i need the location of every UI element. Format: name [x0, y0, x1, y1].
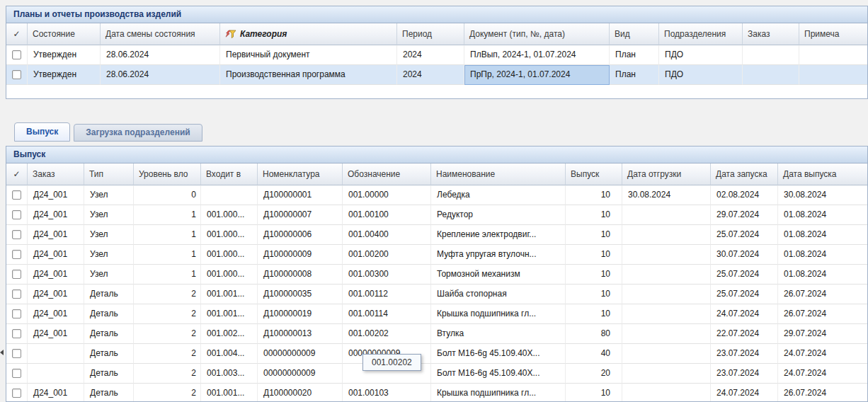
cell-order[interactable]: Д24_001 — [28, 225, 84, 245]
column-header-note[interactable]: Примеча — [799, 23, 868, 45]
table-row[interactable]: Утвержден28.06.2024Первичный документ202… — [6, 45, 867, 65]
row-checkbox[interactable] — [12, 270, 21, 279]
checkbox-cell[interactable] — [6, 225, 28, 245]
cell-category[interactable]: Производственная программа — [220, 65, 397, 85]
cell-name[interactable]: Болт М16-6g 45.109.40Х... — [431, 344, 566, 364]
cell-release_date[interactable]: 24.07.2024 — [778, 364, 868, 384]
cell-designation[interactable]: 001.00300 — [343, 265, 431, 285]
tab-zagruzka-podrazdeleniy[interactable]: Загрузка подразделений — [74, 124, 202, 142]
cell-state[interactable]: Утвержден — [28, 45, 101, 65]
cell-parent[interactable] — [201, 185, 258, 205]
cell-ship_date[interactable] — [622, 225, 711, 245]
cell-name[interactable]: Тормозной механизм — [431, 265, 566, 285]
row-checkbox[interactable] — [12, 349, 21, 358]
cell-name[interactable]: Лебедка — [431, 185, 566, 205]
cell-designation[interactable]: 00000000009 — [343, 344, 431, 364]
row-checkbox[interactable] — [12, 190, 21, 200]
cell-type[interactable]: Узел — [84, 205, 134, 225]
table-row[interactable]: Д24_001Деталь2001.001...Д100000020001.00… — [6, 384, 867, 402]
checkbox-cell[interactable] — [6, 65, 28, 85]
cell-name[interactable]: Втулка — [431, 324, 566, 344]
cell-designation[interactable]: 001.00103 — [343, 384, 431, 402]
cell-name[interactable]: Редуктор — [431, 205, 566, 225]
column-header-document[interactable]: Документ (тип, №, дата) — [464, 23, 610, 45]
cell-start_date[interactable]: 29.07.2024 — [711, 205, 778, 225]
table-row[interactable]: Деталь2001.003...00000000009Болт М16-6g … — [6, 364, 867, 384]
cell-release_date[interactable]: 01.08.2024 — [778, 245, 868, 265]
cell-output[interactable]: 10 — [566, 384, 622, 402]
cell-designation[interactable]: 001.00114 — [343, 304, 431, 324]
cell-order[interactable] — [28, 364, 84, 384]
cell-name[interactable]: Крышка подшипника гл... — [431, 384, 566, 402]
cell-period[interactable]: 2024 — [397, 65, 464, 85]
column-header-designation[interactable]: Обозначение — [343, 163, 431, 185]
column-header-type[interactable]: Тип — [84, 163, 134, 185]
cell-designation[interactable]: 001.00112 — [343, 285, 431, 304]
cell-state[interactable]: Утвержден — [28, 65, 101, 85]
cell-output[interactable]: 20 — [566, 364, 622, 384]
cell-nomenclature[interactable]: Д100000008 — [258, 265, 343, 285]
cell-level[interactable]: 0 — [134, 185, 201, 205]
row-checkbox[interactable] — [12, 210, 21, 219]
cell-designation[interactable]: 001.00400 — [343, 225, 431, 245]
cell-order[interactable]: Д24_001 — [28, 285, 84, 304]
cell-release_date[interactable]: 29.07.2024 — [778, 324, 868, 344]
table-row[interactable]: Д24_001Узел1001.000...Д100000009001.0020… — [6, 245, 867, 265]
checkbox-cell[interactable] — [6, 384, 28, 402]
column-header-check[interactable]: ✓ — [6, 23, 28, 45]
cell-release_date[interactable]: 01.08.2024 — [778, 205, 868, 225]
column-header-level[interactable]: Уровень вло — [134, 163, 201, 185]
column-header-state[interactable]: Состояние — [28, 23, 101, 45]
row-checkbox[interactable] — [12, 329, 21, 338]
cell-nomenclature[interactable]: Д100000020 — [258, 384, 343, 402]
cell-order[interactable]: Д24_001 — [28, 185, 84, 205]
row-checkbox[interactable] — [12, 230, 21, 239]
cell-level[interactable]: 2 — [134, 384, 201, 402]
cell-output[interactable]: 40 — [566, 344, 622, 364]
cell-nomenclature[interactable]: Д100000006 — [258, 225, 343, 245]
checkbox-cell[interactable] — [6, 324, 28, 344]
cell-level[interactable]: 1 — [134, 225, 201, 245]
cell-release_date[interactable]: 26.07.2024 — [778, 384, 868, 402]
cell-ship_date[interactable] — [622, 304, 711, 324]
cell-name[interactable]: Крепление электродвиг... — [431, 225, 566, 245]
cell-nomenclature[interactable]: 00000000009 — [258, 364, 343, 384]
cell-parent[interactable]: 001.001... — [201, 304, 258, 324]
column-header-parent[interactable]: Входит в — [201, 163, 258, 185]
cell-type[interactable]: Узел — [84, 245, 134, 265]
cell-start_date[interactable]: 23.07.2024 — [711, 344, 778, 364]
cell-level[interactable]: 1 — [134, 245, 201, 265]
cell-order[interactable] — [28, 344, 84, 364]
cell-output[interactable]: 10 — [566, 285, 622, 304]
cell-start_date[interactable]: 24.07.2024 — [711, 384, 778, 402]
table-row[interactable]: Утвержден28.06.2024Производственная прог… — [6, 65, 867, 85]
cell-nomenclature[interactable]: Д100000001 — [258, 185, 343, 205]
cell-release_date[interactable]: 01.08.2024 — [778, 265, 868, 285]
cell-start_date[interactable]: 25.07.2024 — [711, 265, 778, 285]
cell-release_date[interactable]: 24.07.2024 — [778, 344, 868, 364]
cell-order[interactable] — [743, 65, 799, 85]
table-row[interactable]: Д24_001Деталь2001.002...Д100000013001.00… — [6, 324, 867, 344]
cell-name[interactable]: Муфта упругая втулочн... — [431, 245, 566, 265]
cell-start_date[interactable]: 30.07.2024 — [711, 245, 778, 265]
column-header-state_date[interactable]: Дата смены состояния — [101, 23, 220, 45]
cell-state_date[interactable]: 28.06.2024 — [101, 45, 220, 65]
cell-department[interactable]: ПДО — [659, 65, 743, 85]
cell-ship_date[interactable] — [622, 384, 711, 402]
cell-start_date[interactable]: 25.07.2024 — [711, 225, 778, 245]
cell-nomenclature[interactable]: Д100000035 — [258, 285, 343, 304]
column-header-name[interactable]: Наименование — [431, 163, 566, 185]
row-checkbox[interactable] — [12, 250, 21, 259]
cell-output[interactable]: 80 — [566, 324, 622, 344]
table-row[interactable]: Д24_001Узел1001.000...Д100000006001.0040… — [6, 225, 867, 245]
cell-type[interactable]: Деталь — [84, 384, 134, 402]
cell-output[interactable]: 10 — [566, 185, 622, 205]
cell-nomenclature[interactable]: Д100000019 — [258, 304, 343, 324]
row-checkbox[interactable] — [12, 309, 21, 318]
cell-name[interactable]: Шайба стопорная — [431, 285, 566, 304]
cell-department[interactable]: ПДО — [659, 45, 743, 65]
cell-ship_date[interactable] — [622, 245, 711, 265]
row-checkbox[interactable] — [12, 389, 21, 398]
cell-name[interactable]: Болт М16-6g 45.109.40Х... — [431, 364, 566, 384]
cell-type[interactable]: Деталь — [84, 304, 134, 324]
